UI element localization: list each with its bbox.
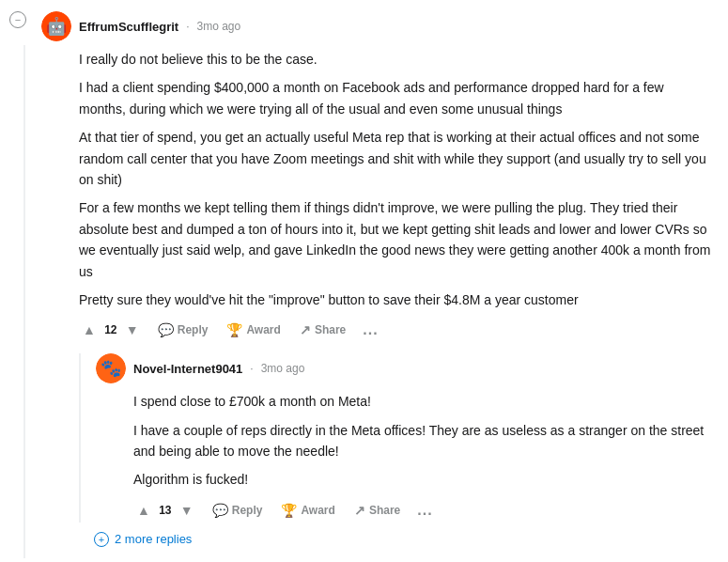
collapse-button[interactable]: −: [9, 11, 26, 28]
main-username[interactable]: EffrumScufflegrit: [79, 20, 178, 34]
reply-label-main: Reply: [178, 323, 209, 336]
more-dots-reply: ...: [417, 502, 432, 518]
more-button-reply[interactable]: ...: [411, 498, 438, 523]
para-1: I really do not believe this to be the c…: [79, 49, 713, 70]
main-comment-body: I really do not believe this to be the c…: [79, 49, 713, 310]
reply-button-reply[interactable]: 💬 Reply: [205, 499, 271, 522]
award-label-main: Award: [246, 323, 280, 336]
reply-timestamp: 3mo ago: [261, 362, 305, 375]
reply-username[interactable]: Novel-Internet9041: [133, 362, 242, 376]
share-label-main: Share: [315, 323, 346, 336]
reply-text: I spend close to £700k a month on Meta! …: [133, 391, 713, 491]
main-avatar: 🤖: [41, 11, 71, 41]
reply-para-1: I spend close to £700k a month on Meta!: [133, 391, 713, 412]
reply-vote-section: ▲ 13 ▼: [133, 499, 197, 522]
more-replies-label: 2 more replies: [115, 532, 192, 546]
dot-sep-1: ·: [186, 20, 189, 33]
reply-para-3: Algorithm is fucked!: [133, 469, 713, 490]
share-button-main[interactable]: ↗ Share: [292, 319, 353, 341]
reply-section: 🐾 Novel-Internet9041 · 3mo ago I spend c…: [79, 353, 713, 523]
downvote-button[interactable]: ▼: [122, 319, 143, 341]
reply-action-bar: ▲ 13 ▼ 💬 Reply 🏆 Award ↗ Share ...: [133, 498, 713, 523]
reply-downvote-button[interactable]: ▼: [177, 499, 197, 522]
main-comment-text: I really do not believe this to be the c…: [79, 49, 713, 310]
more-replies-section: + 2 more replies: [94, 532, 713, 547]
reply-button-main[interactable]: 💬 Reply: [150, 319, 216, 341]
reply-share-label: Share: [369, 504, 400, 517]
para-2: I had a client spending $400,000 a month…: [79, 77, 713, 119]
reply-icon: 💬: [158, 322, 174, 337]
reply-award-icon: 🏆: [281, 503, 297, 518]
reply-share-icon: ↗: [354, 503, 365, 518]
award-button-main[interactable]: 🏆 Award: [219, 319, 287, 341]
reply-upvote-icon: ▲: [137, 503, 150, 518]
more-dots-main: ...: [363, 321, 378, 337]
main-comment-header: 🤖 EffrumScufflegrit · 3mo ago: [41, 11, 713, 41]
main-vote-count: 12: [103, 323, 118, 336]
downvote-icon: ▼: [126, 322, 139, 337]
more-replies-button[interactable]: + 2 more replies: [94, 532, 192, 547]
para-5: Pretty sure they would've hit the "impro…: [79, 289, 713, 310]
reply-thread-line: [79, 353, 81, 523]
upvote-button[interactable]: ▲: [79, 319, 100, 341]
reply-reply-icon: 💬: [212, 503, 228, 518]
share-button-reply[interactable]: ↗ Share: [347, 499, 408, 522]
thread-line: [23, 45, 25, 558]
dot-sep-2: ·: [250, 362, 253, 375]
reply-para-2: I have a couple of reps directly in the …: [133, 420, 713, 462]
para-4: For a few months we kept telling them if…: [79, 197, 713, 282]
share-icon: ↗: [300, 322, 311, 337]
reply-award-label: Award: [301, 504, 334, 517]
main-comment-container: − 🤖 EffrumScufflegrit · 3mo ago I really…: [0, 0, 728, 558]
more-button-main[interactable]: ...: [357, 318, 383, 342]
para-3: At that tier of spend, you get an actual…: [79, 127, 713, 190]
award-button-reply[interactable]: 🏆 Award: [273, 499, 342, 522]
main-action-bar: ▲ 12 ▼ 💬 Reply 🏆 Award ↗ Share ...: [79, 318, 713, 342]
reply-upvote-button[interactable]: ▲: [133, 499, 154, 522]
award-icon: 🏆: [226, 322, 242, 337]
reply-vote-count: 13: [158, 504, 173, 517]
upvote-icon: ▲: [83, 322, 96, 337]
minus-icon: −: [15, 14, 21, 25]
reply-body: I spend close to £700k a month on Meta! …: [133, 391, 713, 491]
reply-downvote-icon: ▼: [180, 503, 194, 518]
reply-reply-label: Reply: [232, 504, 263, 517]
main-vote-section: ▲ 12 ▼: [79, 319, 143, 341]
circle-plus-icon: +: [94, 532, 109, 547]
main-timestamp: 3mo ago: [197, 20, 241, 33]
reply-header: 🐾 Novel-Internet9041 · 3mo ago: [96, 353, 713, 383]
reply-avatar: 🐾: [96, 353, 126, 383]
